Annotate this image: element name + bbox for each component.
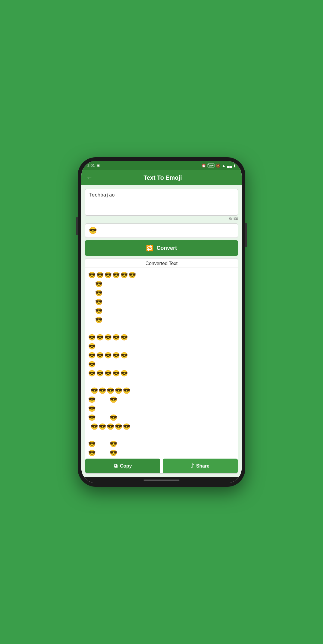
app-title: Text To Emoji bbox=[97, 174, 228, 181]
status-time: 2:01 bbox=[87, 163, 95, 168]
copy-label: Copy bbox=[120, 463, 132, 469]
convert-icon: 🔁 bbox=[146, 244, 153, 252]
signal-icon: ▄▄ bbox=[227, 164, 232, 168]
status-bar: 2:01 ▣ ⏰ Vo+ 🔕 ▲ ▄▄ ▮ bbox=[81, 161, 242, 170]
emoji-row: 😎 bbox=[88, 316, 235, 324]
share-button[interactable]: ⤴ Share bbox=[163, 459, 238, 473]
converted-title: Converted Text bbox=[85, 258, 238, 268]
emoji-selector[interactable]: 😎 bbox=[85, 223, 238, 238]
emoji-row: 😎 bbox=[88, 280, 235, 288]
emoji-row: 😎😎😎😎😎 bbox=[88, 386, 235, 395]
emoji-row: 😎 bbox=[88, 360, 235, 368]
convert-button[interactable]: 🔁 Convert bbox=[85, 240, 238, 256]
back-button[interactable]: ← bbox=[86, 174, 93, 182]
alarm-icon: ⏰ bbox=[202, 164, 206, 168]
bottom-buttons: ⧉ Copy ⤴ Share bbox=[85, 456, 238, 473]
status-time-area: 2:01 ▣ bbox=[87, 163, 100, 168]
emoji-row: 😎😎😎😎😎 bbox=[88, 351, 235, 359]
emoji-row: 😎 😎 bbox=[88, 440, 235, 448]
vowifi-icon: Vo+ bbox=[208, 164, 215, 167]
emoji-row: 😎 bbox=[88, 307, 235, 315]
battery-icon: ▮ bbox=[234, 164, 236, 168]
emoji-row: 😎 bbox=[88, 404, 235, 413]
wifi-icon: ▲ bbox=[222, 164, 226, 168]
copy-icon: ⧉ bbox=[114, 463, 118, 469]
phone-screen: 2:01 ▣ ⏰ Vo+ 🔕 ▲ ▄▄ ▮ ← Text To Emoji Te… bbox=[81, 161, 242, 483]
emoji-row: 😎😎😎😎😎 bbox=[88, 333, 235, 341]
emoji-row: 😎 bbox=[88, 289, 235, 297]
sim-icon: ▣ bbox=[97, 164, 100, 167]
emoji-row: 😎😎😎😎😎 bbox=[88, 422, 235, 431]
emoji-row: 😎 bbox=[88, 342, 235, 350]
home-indicator bbox=[81, 477, 242, 483]
emoji-row: 😎 😎 bbox=[88, 395, 235, 404]
emoji-row: 😎 bbox=[88, 298, 235, 306]
share-icon: ⤴ bbox=[191, 463, 194, 469]
char-count: 9/100 bbox=[85, 217, 238, 221]
main-content: Techbajao 9/100 😎 🔁 Convert Converted Te… bbox=[81, 185, 242, 477]
mute-icon: 🔕 bbox=[216, 164, 220, 168]
emoji-row: 😎 😎 bbox=[88, 449, 235, 456]
app-bar: ← Text To Emoji bbox=[81, 170, 242, 185]
emoji-row: 😎 😎 bbox=[88, 413, 235, 422]
share-label: Share bbox=[196, 463, 209, 469]
emoji-row: 😎😎😎😎😎😎 bbox=[88, 271, 235, 279]
text-input[interactable]: Techbajao bbox=[85, 189, 238, 216]
status-icons: ⏰ Vo+ 🔕 ▲ ▄▄ ▮ bbox=[202, 164, 236, 168]
copy-button[interactable]: ⧉ Copy bbox=[85, 459, 160, 473]
home-bar bbox=[144, 480, 179, 481]
emoji-row: 😎😎😎😎😎 bbox=[88, 369, 235, 377]
phone-frame: 2:01 ▣ ⏰ Vo+ 🔕 ▲ ▄▄ ▮ ← Text To Emoji Te… bbox=[78, 157, 245, 487]
convert-label: Convert bbox=[156, 245, 177, 251]
converted-panel: Converted Text 😎😎😎😎😎😎 😎 😎 😎 😎 😎 😎😎😎😎😎 😎 bbox=[85, 258, 238, 474]
converted-content: 😎😎😎😎😎😎 😎 😎 😎 😎 😎 😎😎😎😎😎 😎 😎😎😎😎😎 😎 😎😎😎� bbox=[85, 268, 238, 456]
